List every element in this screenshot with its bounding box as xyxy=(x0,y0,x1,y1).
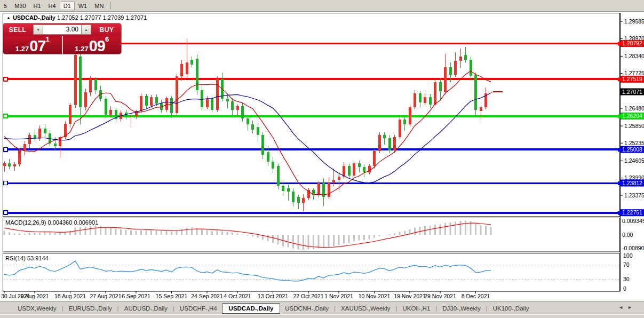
chart-area[interactable]: MACD(12,26,9) 0.004360 0.006901RSI(14) 5… xyxy=(0,12,644,301)
sell-price-big: 07 xyxy=(29,39,45,53)
tab-usdx-weekly[interactable]: USDX,Weekly xyxy=(13,304,61,313)
buy-price-prefix: 1.27 xyxy=(75,45,88,53)
svg-text:1.28792: 1.28792 xyxy=(622,40,642,46)
tab-scroll-arrows: ◄► xyxy=(618,305,637,310)
svg-text:9 Aug 2021: 9 Aug 2021 xyxy=(20,293,49,299)
sell-button[interactable]: SELL xyxy=(3,23,32,36)
buy-price-pip: 6 xyxy=(105,36,109,43)
svg-text:1.22751: 1.22751 xyxy=(622,209,642,216)
chart-title: ▲USDCAD-,Daily 1.27052 1.27077 1.27039 1… xyxy=(6,14,147,21)
svg-text:22 Oct 2021: 22 Oct 2021 xyxy=(293,293,323,299)
buy-price-big: 09 xyxy=(89,39,105,53)
one-click-trade-panel: SELL ▼ 3.00 ▲ BUY 1.27 07 1 1.27 09 6 xyxy=(3,23,121,54)
svg-text:13 Oct 2021: 13 Oct 2021 xyxy=(258,293,288,299)
svg-text:1 Nov 2021: 1 Nov 2021 xyxy=(324,293,353,299)
svg-text:-0.008902: -0.008902 xyxy=(622,245,644,251)
timeframe-button-mn[interactable]: MN xyxy=(91,2,107,10)
chevron-up-icon: ▲ xyxy=(85,28,88,31)
svg-text:0.009345: 0.009345 xyxy=(622,218,644,224)
svg-text:1.25850: 1.25850 xyxy=(624,123,644,129)
tab-usdcnh-daily[interactable]: USDCNH-,Daily xyxy=(280,304,333,313)
buy-button[interactable]: BUY xyxy=(92,23,121,36)
sell-price-display[interactable]: 1.27 07 1 xyxy=(3,36,63,54)
svg-text:0.00: 0.00 xyxy=(622,232,633,238)
svg-text:1.27519: 1.27519 xyxy=(622,76,642,82)
timeframe-button-h4[interactable]: H4 xyxy=(45,2,60,10)
chevron-down-icon: ▼ xyxy=(37,28,40,31)
tab-separator: | xyxy=(62,305,63,312)
tab-separator: | xyxy=(396,305,397,312)
tab-dj30-weekly[interactable]: DJ30-,Weekly xyxy=(438,304,485,313)
svg-text:1.25008: 1.25008 xyxy=(622,146,642,153)
svg-text:30: 30 xyxy=(623,276,630,282)
svg-text:1.23375: 1.23375 xyxy=(624,192,644,198)
timeframe-button-5[interactable]: 5 xyxy=(0,2,11,10)
tab-xauusd-weekly[interactable]: XAUUSD-,Weekly xyxy=(336,304,395,313)
volume-spinner: ▼ 3.00 ▲ xyxy=(32,23,92,36)
svg-text:0: 0 xyxy=(623,285,626,292)
timeframe-button-w1[interactable]: W1 xyxy=(75,2,91,10)
tab-audusd-daily[interactable]: AUDUSD-,Daily xyxy=(120,304,172,313)
sell-price-prefix: 1.27 xyxy=(15,45,29,53)
tab-separator: | xyxy=(173,305,174,312)
tab-scroll-right-icon[interactable]: ► xyxy=(627,305,637,310)
svg-text:29 Nov 2021: 29 Nov 2021 xyxy=(424,293,456,299)
svg-text:18 Aug 2021: 18 Aug 2021 xyxy=(54,293,86,299)
svg-text:1.25235: 1.25235 xyxy=(624,140,644,146)
tab-separator: | xyxy=(334,305,336,312)
symbol-tab-bar: USDX,Weekly|EURUSD-,Daily|AUDUSD-,Daily|… xyxy=(0,301,644,315)
svg-text:24 Sep 2021: 24 Sep 2021 xyxy=(191,293,223,299)
volume-input[interactable]: 3.00 xyxy=(43,25,81,35)
tab-usdchf-h4[interactable]: USDCHF-,H4 xyxy=(175,304,222,313)
chart-symbol-label: USDCAD-,Daily xyxy=(13,14,55,21)
svg-text:6 Sep 2021: 6 Sep 2021 xyxy=(122,293,150,299)
status-strip xyxy=(0,314,644,318)
rsi-label: RSI(14) 53.9144 xyxy=(5,255,49,261)
macd-label: MACD(12,26,9) 0.004360 0.006901 xyxy=(5,219,98,226)
tab-eurusd-daily[interactable]: EURUSD-,Daily xyxy=(64,304,117,313)
price-chart-canvas[interactable]: MACD(12,26,9) 0.004360 0.006901RSI(14) 5… xyxy=(0,12,644,301)
tab-scroll-left-icon[interactable]: ◄ xyxy=(618,305,627,310)
svg-text:1.26480: 1.26480 xyxy=(624,105,644,112)
timeframe-button-h1[interactable]: H1 xyxy=(30,2,45,10)
trading-platform-window: 5M30H1H4D1W1MN MACD(12,26,9) 0.004360 0.… xyxy=(0,0,644,318)
tab-separator: | xyxy=(435,305,437,312)
timeframe-button-m30[interactable]: M30 xyxy=(11,2,29,10)
tab-separator: | xyxy=(117,305,119,312)
timeframe-button-d1[interactable]: D1 xyxy=(60,2,75,10)
volume-increase-button[interactable]: ▲ xyxy=(81,25,91,35)
volume-decrease-button[interactable]: ▼ xyxy=(33,25,43,35)
svg-text:19 Nov 2021: 19 Nov 2021 xyxy=(394,293,426,299)
svg-text:8 Dec 2021: 8 Dec 2021 xyxy=(462,293,490,299)
svg-text:1.23812: 1.23812 xyxy=(622,180,642,186)
svg-text:1.28340: 1.28340 xyxy=(624,53,644,59)
svg-text:70: 70 xyxy=(623,261,630,268)
main-price-panel xyxy=(3,13,621,291)
date-axis[interactable]: 30 Jul 20219 Aug 202118 Aug 202127 Aug 2… xyxy=(1,291,490,299)
timeframe-toolbar: 5M30H1H4D1W1MN xyxy=(0,0,644,12)
svg-text:10 Nov 2021: 10 Nov 2021 xyxy=(359,293,391,299)
tab-usdcad-daily[interactable]: USDCAD-,Daily xyxy=(222,303,281,314)
svg-text:15 Sep 2021: 15 Sep 2021 xyxy=(156,293,188,299)
tab-separator: | xyxy=(486,305,488,312)
svg-text:1.26204: 1.26204 xyxy=(622,113,642,119)
svg-text:1.27071: 1.27071 xyxy=(622,89,642,95)
tab-ukoil-h1[interactable]: UKOil-,H1 xyxy=(398,304,435,313)
collapse-arrow-icon[interactable]: ▲ xyxy=(6,15,11,20)
toolbar-separator xyxy=(110,2,111,10)
svg-text:1.24605: 1.24605 xyxy=(624,157,644,164)
sell-price-pip: 1 xyxy=(45,36,49,43)
svg-text:27 Aug 2021: 27 Aug 2021 xyxy=(90,293,122,299)
buy-price-display[interactable]: 1.27 09 6 xyxy=(63,36,122,54)
tab-uk100-daily[interactable]: UK100-,Daily xyxy=(488,304,534,313)
svg-text:1.29585: 1.29585 xyxy=(624,18,644,25)
svg-text:100: 100 xyxy=(623,252,633,259)
svg-text:4 Oct 2021: 4 Oct 2021 xyxy=(224,293,251,299)
chart-ohlc-readout: 1.27052 1.27077 1.27039 1.27071 xyxy=(57,14,147,21)
